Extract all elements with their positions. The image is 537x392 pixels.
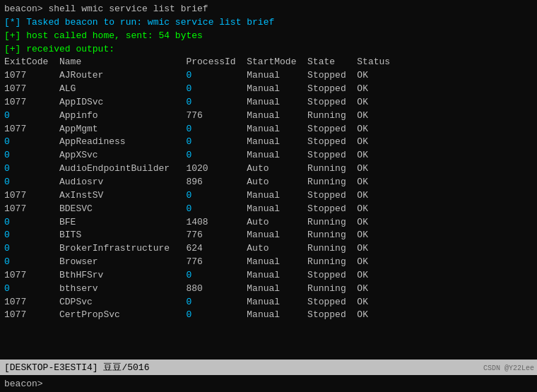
command-line: beacon> shell wmic service list brief [4, 3, 533, 16]
table-row: 0 BrokerInfrastructure 624 Auto Running … [4, 242, 533, 256]
received-line: [+] received output: [4, 43, 533, 57]
table-row: 1077 CertPropSvc 0 Manual Stopped OK [4, 309, 533, 322]
watermark: CSDN @Y22Lee [483, 364, 534, 372]
status-text: [DESKTOP-E3ESTI4] 豆豆/5016 [4, 361, 149, 374]
table-row: 1077 CDPSvc 0 Manual Stopped OK [4, 296, 533, 309]
host-line: [+] host called home, sent: 54 bytes [4, 30, 533, 43]
table-row: 1077 ALG 0 Manual Stopped OK [4, 83, 533, 96]
prompt-text: beacon> [4, 379, 43, 389]
table-row: 0 Appinfo 776 Manual Running OK [4, 109, 533, 123]
table-row: 0 AppReadiness 0 Manual Stopped OK [4, 136, 533, 149]
table-row: 0 Browser 776 Manual Running OK [4, 256, 533, 269]
table-row: 1077 AJRouter 0 Manual Stopped OK [4, 69, 533, 83]
table-row: 1077 BDESVC 0 Manual Stopped OK [4, 203, 533, 216]
tasked-line: [*] Tasked beacon to run: wmic service l… [4, 16, 533, 30]
table-row: 1077 AppIDSvc 0 Manual Stopped OK [4, 96, 533, 109]
table-row: 0 AudioEndpointBuilder 1020 Auto Running… [4, 162, 533, 176]
table-row: 0 BITS 776 Manual Running OK [4, 229, 533, 242]
table-row: 0 BFE 1408 Auto Running OK [4, 216, 533, 230]
table-row: 1077 AxInstSV 0 Manual Stopped OK [4, 189, 533, 203]
terminal: beacon> shell wmic service list brief [*… [0, 0, 537, 392]
table-row: 0 bthserv 880 Manual Running OK [4, 283, 533, 296]
terminal-body: beacon> shell wmic service list brief [*… [0, 0, 537, 360]
prompt-bar[interactable]: beacon> [0, 375, 537, 392]
table-row: 0 Audiosrv 896 Auto Running OK [4, 176, 533, 189]
table-rows: 1077 AJRouter 0 Manual Stopped OK1077 AL… [4, 69, 533, 322]
table-row: 1077 BthHFSrv 0 Manual Stopped OK [4, 269, 533, 283]
table-row: 1077 AppMgmt 0 Manual Stopped OK [4, 123, 533, 136]
status-bar: [DESKTOP-E3ESTI4] 豆豆/5016 [0, 360, 537, 375]
table-row: 0 AppXSvc 0 Manual Stopped OK [4, 149, 533, 162]
table-header: ExitCode Name ProcessId StartMode State … [4, 56, 533, 69]
